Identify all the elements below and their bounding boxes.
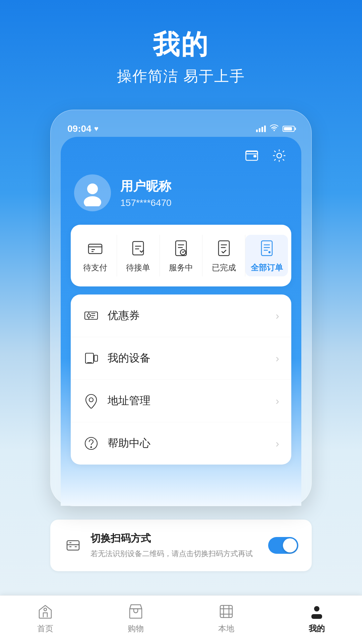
device-icon [83,350,100,367]
user-info: 用户昵称 157****6470 [120,178,172,208]
wifi-icon [270,124,279,133]
status-left: 09:04 ♥ [67,123,99,134]
nav-item-mine[interactable]: 我的 [272,602,362,634]
menu-item-address-left: 地址管理 [83,392,150,409]
order-tab-in-service[interactable]: 服务中 [160,235,203,276]
svg-rect-14 [85,353,94,363]
tab-label-in-service: 服务中 [169,262,193,273]
menu-item-coupons[interactable]: 优惠券 › [71,294,291,337]
tab-label-pending-accept: 待接单 [126,262,150,273]
user-profile: 用户昵称 157****6470 [71,171,291,225]
battery-icon [283,126,295,132]
settings-icon[interactable] [270,147,288,164]
order-tab-pending-accept[interactable]: 待接单 [117,235,160,276]
bottom-section: 切换扫码方式 若无法识别设备二维码，请点击切换扫码方式再试 [50,520,312,579]
page-subtitle: 操作简洁 易于上手 [117,66,245,86]
svg-point-16 [89,398,93,402]
completed-icon [214,238,234,258]
svg-rect-10 [261,241,272,256]
svg-point-2 [277,153,282,158]
nav-item-local[interactable]: 本地 [181,602,272,634]
status-bar: 09:04 ♥ [61,120,301,137]
header-section: 我的 操作简洁 易于上手 [0,0,362,100]
page-title: 我的 [153,27,209,63]
order-tab-all[interactable]: 全部订单 [245,235,288,276]
status-right [256,124,295,133]
mine-nav-label: 我的 [309,623,325,634]
help-label: 帮助中心 [108,436,150,451]
switch-title: 切换扫码方式 [90,532,260,545]
svg-rect-24 [311,614,322,619]
local-nav-label: 本地 [218,623,234,634]
svg-rect-21 [130,609,142,618]
svg-point-20 [44,608,47,611]
svg-point-4 [84,196,101,206]
tab-label-all-orders: 全部订单 [251,262,283,273]
scan-icon [64,536,82,555]
home-nav-label: 首页 [37,623,53,634]
order-card: 待支付 待接单 [71,225,291,286]
help-icon [83,435,100,452]
in-service-icon [171,238,191,258]
svg-rect-6 [133,241,143,255]
svg-point-3 [87,183,98,194]
svg-point-13 [87,314,90,317]
phone-mockup: 09:04 ♥ [50,110,312,506]
chevron-right-icon-2: › [276,352,279,365]
svg-rect-22 [220,605,232,618]
order-tab-completed[interactable]: 已完成 [202,235,245,276]
bottom-nav: 首页 购物 本地 我的 [0,595,362,644]
svg-point-18 [91,447,92,448]
pending-payment-icon [85,238,105,258]
phone-content: 用户昵称 157****6470 待支付 [61,137,301,506]
order-tab-pending-payment[interactable]: 待支付 [74,235,117,276]
svg-point-11 [269,252,270,253]
switch-card-text: 切换扫码方式 若无法识别设备二维码，请点击切换扫码方式再试 [90,532,260,559]
time-display: 09:04 [67,123,92,134]
home-nav-icon [36,602,54,621]
switch-desc: 若无法识别设备二维码，请点击切换扫码方式再试 [90,548,260,559]
tab-label-pending-payment: 待支付 [83,262,107,273]
menu-item-devices-left: 我的设备 [83,350,150,367]
toggle-switch[interactable] [268,537,298,554]
chevron-right-icon-4: › [276,437,279,450]
nav-item-home[interactable]: 首页 [0,602,90,634]
device-label: 我的设备 [108,351,150,366]
user-nickname: 用户昵称 [120,178,172,195]
menu-item-help[interactable]: 帮助中心 › [71,422,291,465]
tab-label-completed: 已完成 [212,262,236,273]
svg-rect-5 [88,244,102,254]
menu-item-address[interactable]: 地址管理 › [71,380,291,422]
local-nav-icon [217,602,235,621]
switch-card: 切换扫码方式 若无法识别设备二维码，请点击切换扫码方式再试 [50,520,312,571]
all-orders-icon [257,238,277,258]
menu-item-devices[interactable]: 我的设备 › [71,337,291,380]
shop-nav-label: 购物 [128,623,144,634]
pending-accept-icon [128,238,148,258]
menu-card: 优惠券 › 我的设备 › [71,294,291,465]
signal-icon [256,125,266,132]
svg-rect-19 [67,541,79,550]
chevron-right-icon-3: › [276,395,279,407]
svg-point-23 [314,606,319,611]
mine-nav-icon [308,602,326,621]
svg-rect-15 [94,355,98,361]
menu-item-coupons-left: 优惠券 [83,307,140,324]
menu-item-help-left: 帮助中心 [83,435,150,452]
toggle-knob [283,538,297,552]
wallet-icon[interactable] [243,147,260,164]
top-icons [71,144,291,171]
avatar[interactable] [74,174,111,211]
svg-rect-1 [253,155,256,157]
heart-icon: ♥ [94,124,99,133]
chevron-right-icon: › [276,310,279,322]
svg-rect-9 [219,241,229,256]
user-phone: 157****6470 [120,198,172,208]
shop-nav-icon [127,602,145,621]
coupon-icon [83,307,100,324]
nav-item-shop[interactable]: 购物 [90,602,181,634]
coupon-label: 优惠券 [108,308,140,323]
address-icon [83,392,100,409]
address-label: 地址管理 [108,393,150,408]
